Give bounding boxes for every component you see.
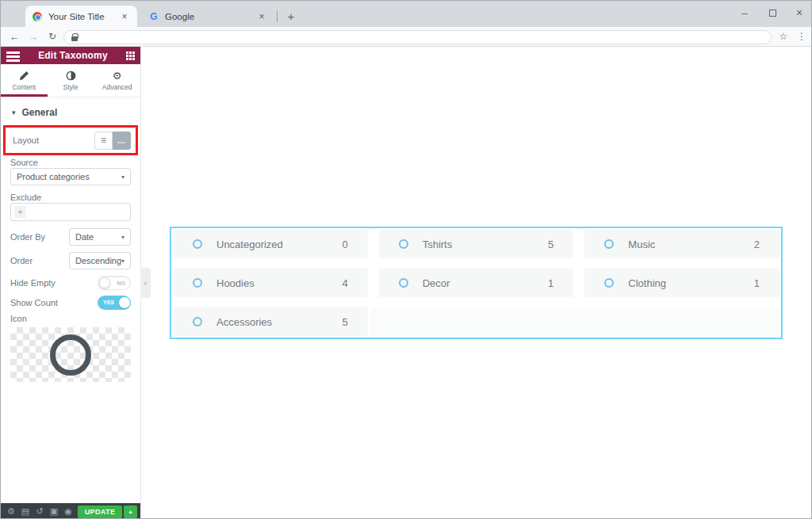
category-count: 5	[342, 316, 347, 328]
minimize-button[interactable]: –	[734, 4, 755, 21]
new-tab-button[interactable]: +	[282, 6, 301, 25]
panel-tabs: Content Style ⚙ Advanced	[1, 64, 140, 97]
show-count-row: Show Count YES	[10, 296, 131, 310]
close-window-button[interactable]: ×	[789, 4, 810, 21]
tab-your-site-title[interactable]: Your Site Title ×	[25, 6, 137, 27]
panel-footer: ⚙ ▤ ↺ ▣ ◉ UPDATE ▴	[1, 503, 140, 519]
browser-menu-button[interactable]: ⋮	[795, 29, 808, 44]
ellipsis-icon: …	[117, 135, 127, 145]
caret-down-icon: ▾	[121, 258, 124, 265]
category-count: 5	[548, 239, 553, 250]
contrast-circle-icon	[66, 70, 76, 81]
add-tag-icon[interactable]: +	[14, 206, 26, 218]
category-name: Decor	[423, 277, 450, 289]
category-circle-icon	[399, 278, 408, 288]
layout-label: Layout	[13, 135, 39, 145]
caret-down-icon: ▾	[121, 174, 124, 181]
category-circle-icon	[193, 239, 202, 249]
empty-row-area	[371, 307, 779, 336]
hamburger-icon	[6, 52, 20, 54]
exclude-input[interactable]: +	[10, 203, 131, 221]
back-button[interactable]: ←	[7, 29, 21, 44]
eye-icon: ◉	[64, 506, 72, 517]
panel-collapse-handle[interactable]: ‹	[140, 268, 151, 298]
source-label: Source	[10, 158, 38, 167]
category-circle-icon	[399, 239, 408, 249]
taxonomy-item[interactable]: Music 2	[584, 230, 779, 258]
order-by-label: Order By	[10, 232, 45, 242]
panel-menu-button[interactable]	[6, 51, 20, 61]
order-label: Order	[10, 256, 33, 265]
layout-control-highlight: Layout ≡ …	[3, 125, 138, 155]
browser-window: Your Site Title × G Google × + – × ← → ↻…	[0, 0, 812, 519]
hide-empty-label: Hide Empty	[10, 278, 56, 288]
history-icon: ↺	[36, 506, 43, 517]
pencil-icon	[19, 70, 29, 81]
taxonomy-item[interactable]: Tshirts 5	[379, 230, 574, 258]
order-select[interactable]: Descending ▾	[69, 252, 131, 269]
responsive-icon: ▣	[50, 506, 58, 517]
layout-options-button[interactable]: …	[113, 132, 131, 150]
show-count-toggle[interactable]: YES	[98, 296, 131, 310]
tab-strip: Your Site Title × G Google × + – ×	[1, 1, 811, 27]
responsive-mode-button[interactable]: ▣	[47, 503, 61, 519]
widgets-grid-button[interactable]	[126, 52, 135, 60]
taxonomy-item[interactable]: Uncategorized 0	[173, 230, 368, 258]
hide-empty-row: Hide Empty NO	[10, 276, 131, 290]
update-button[interactable]: UPDATE	[78, 506, 122, 518]
order-row: Order Descending ▾	[10, 252, 131, 269]
tab-google[interactable]: G Google ×	[142, 6, 274, 27]
category-count: 1	[754, 277, 760, 289]
preview-button[interactable]: ◉	[61, 503, 75, 519]
maximize-icon	[769, 10, 776, 17]
show-count-label: Show Count	[10, 298, 58, 307]
tab-close-icon[interactable]: ×	[119, 11, 130, 22]
layers-icon: ▤	[21, 506, 29, 517]
tab-title: Google	[165, 12, 256, 21]
section-general-header[interactable]: ▾ General	[1, 104, 140, 121]
gear-icon: ⚙	[7, 506, 15, 517]
tab-close-icon[interactable]: ×	[256, 11, 267, 22]
order-by-value: Date	[75, 232, 94, 242]
layout-list-button[interactable]: ≡	[94, 132, 113, 150]
category-name: Accessories	[216, 316, 272, 328]
hide-empty-toggle[interactable]: NO	[98, 276, 131, 290]
editor-panel: Edit Taxonomy Content Style ⚙ Advanced	[1, 47, 141, 519]
tab-label: Style	[63, 83, 79, 91]
exclude-label: Exclude	[10, 193, 41, 202]
order-by-select[interactable]: Date ▾	[69, 228, 131, 246]
reload-button[interactable]: ↻	[45, 29, 59, 44]
history-button[interactable]: ↺	[33, 503, 47, 519]
toggle-knob	[119, 297, 130, 308]
taxonomy-widget[interactable]: Uncategorized 0 Tshirts 5 Music 2 Hoodie…	[170, 227, 783, 339]
panel-header: Edit Taxonomy	[1, 47, 140, 64]
tab-advanced[interactable]: ⚙ Advanced	[94, 64, 140, 97]
toggle-knob	[99, 277, 110, 288]
toggle-state-label: YES	[103, 300, 114, 305]
icon-preview[interactable]	[10, 327, 131, 382]
tab-content[interactable]: Content	[1, 64, 48, 97]
category-circle-icon	[604, 278, 614, 288]
update-options-button[interactable]: ▴	[124, 506, 137, 518]
tab-style[interactable]: Style	[48, 64, 94, 97]
icon-label: Icon	[10, 314, 27, 323]
address-bar[interactable]	[63, 30, 772, 44]
category-count: 4	[342, 277, 347, 289]
settings-button[interactable]: ⚙	[4, 503, 18, 519]
toggle-state-label: NO	[117, 280, 126, 286]
chrome-favicon-icon	[33, 12, 42, 21]
source-select[interactable]: Product categories ▾	[10, 168, 131, 185]
tab-label: Content	[12, 83, 36, 91]
navigator-button[interactable]: ▤	[18, 503, 33, 519]
lock-icon	[71, 36, 78, 41]
taxonomy-item[interactable]: Decor 1	[379, 269, 574, 297]
category-circle-icon	[604, 239, 614, 249]
maximize-button[interactable]	[762, 4, 783, 21]
order-value: Descending	[75, 256, 121, 265]
list-icon: ≡	[101, 135, 106, 146]
bookmark-star-button[interactable]: ☆	[776, 29, 791, 44]
taxonomy-item[interactable]: Accessories 5	[173, 307, 368, 336]
taxonomy-item[interactable]: Hoodies 4	[173, 269, 368, 297]
taxonomy-item[interactable]: Clothing 1	[584, 269, 779, 297]
forward-button[interactable]: →	[26, 29, 40, 44]
